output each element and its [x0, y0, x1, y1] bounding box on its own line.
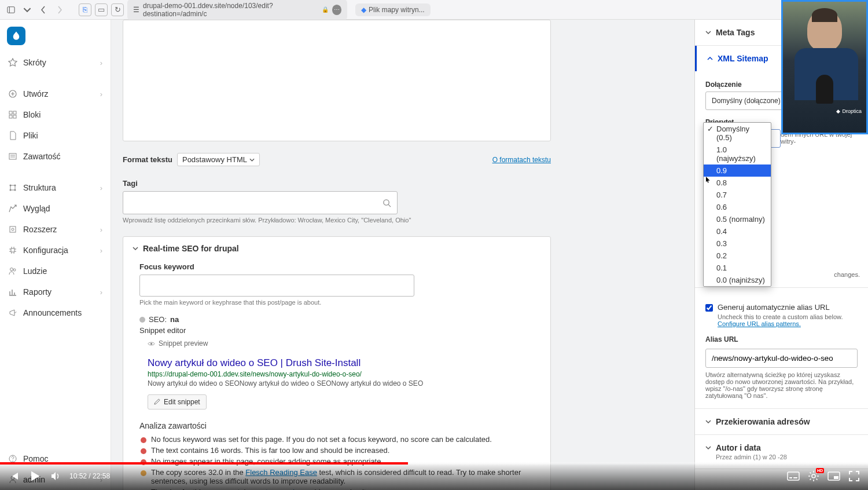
- configure-alias-link[interactable]: Configure URL alias patterns.: [718, 320, 801, 327]
- sidebar-item-konfiguracja[interactable]: Konfiguracja›: [0, 240, 111, 261]
- eye-icon: [148, 340, 155, 348]
- content-icon: [8, 152, 17, 161]
- star-icon: [8, 58, 17, 67]
- site-menu-icon[interactable]: ⋯: [332, 5, 341, 15]
- snippet-description: Nowy artykuł do wideo o SEONowy artykuł …: [148, 379, 425, 387]
- settings-button[interactable]: HD: [808, 470, 819, 482]
- chevron-down-icon: [705, 419, 711, 425]
- sidebar-item-struktura[interactable]: Struktura›: [0, 177, 111, 198]
- svg-rect-25: [788, 472, 799, 480]
- focus-keyword-hint: Pick the main keyword or keyphrase that …: [139, 299, 534, 306]
- svg-point-24: [150, 342, 152, 344]
- tab-icon-2[interactable]: ▭: [95, 3, 108, 16]
- priority-option[interactable]: 0.8: [704, 177, 771, 189]
- address-bar[interactable]: ☰ drupal-demo-001.ddev.site/node/103/edi…: [127, 0, 347, 20]
- edit-snippet-button[interactable]: Edit snippet: [148, 394, 207, 409]
- priority-option[interactable]: 0.1: [704, 262, 771, 274]
- tags-input[interactable]: [123, 191, 398, 214]
- video-time: 10:52 / 22:58: [69, 472, 110, 480]
- chevron-right-icon: ›: [100, 90, 102, 98]
- svg-rect-4: [13, 111, 16, 114]
- config-icon: [8, 246, 17, 255]
- miniplayer-button[interactable]: [827, 471, 840, 481]
- sidebar-item-utwórz[interactable]: Utwórz›: [0, 83, 111, 104]
- admin-sidebar: Skróty›Utwórz›BlokiPlikiZawartośćStruktu…: [0, 20, 111, 490]
- svg-point-15: [12, 228, 14, 231]
- seo-panel-toggle[interactable]: Real-time SEO for drupal: [123, 237, 550, 260]
- seo-score-value: na: [170, 315, 179, 324]
- auto-alias-checkbox[interactable]: [705, 303, 713, 312]
- back-icon[interactable]: [37, 3, 50, 16]
- structure-icon: [8, 183, 17, 192]
- priority-option[interactable]: 0.5 (normalny): [704, 213, 771, 225]
- redirects-toggle[interactable]: Przekierowania adresów: [695, 409, 868, 434]
- reports-icon: [8, 287, 17, 297]
- tab-icon-1[interactable]: ⎘: [79, 3, 91, 16]
- chevron-up-icon: [707, 56, 713, 61]
- priority-option[interactable]: Domyślny (0.5): [704, 123, 771, 144]
- snippet-preview-toggle[interactable]: Snippet preview: [148, 339, 208, 348]
- chevron-down-icon: [705, 30, 711, 35]
- focus-keyword-input[interactable]: [139, 275, 414, 297]
- priority-option[interactable]: 1.0 (najwyższy): [704, 144, 771, 164]
- video-controls: 10:52 / 22:58 HD: [0, 462, 868, 490]
- svg-rect-3: [9, 111, 12, 114]
- about-formats-link[interactable]: O formatach tekstu: [492, 156, 551, 164]
- priority-option[interactable]: 0.0 (najniższy): [704, 274, 771, 286]
- svg-rect-6: [13, 115, 16, 118]
- volume-button[interactable]: [50, 470, 61, 482]
- svg-point-20: [12, 460, 13, 461]
- content-analysis-title: Analiza zawartości: [139, 421, 534, 430]
- chevron-right-icon: ›: [100, 58, 102, 67]
- plus-icon: [8, 89, 17, 98]
- sidebar-item-announcements[interactable]: Announcements: [0, 302, 111, 323]
- priority-option[interactable]: 0.7: [704, 189, 771, 201]
- svg-point-22: [384, 199, 389, 204]
- priority-option[interactable]: 0.2: [704, 250, 771, 262]
- snippet-url: https://drupal-demo-001.ddev.site/news/n…: [148, 370, 534, 378]
- fullscreen-button[interactable]: [848, 470, 860, 482]
- sidebar-item-raporty[interactable]: Raporty›: [0, 281, 111, 302]
- body-editor-area[interactable]: [123, 20, 551, 141]
- alias-url-input[interactable]: [705, 349, 858, 368]
- chevron-down-icon: [249, 158, 255, 162]
- sidebar-toggle-icon[interactable]: [5, 3, 17, 16]
- alias-url-label: Alias URL: [705, 335, 858, 343]
- priority-option[interactable]: 0.4: [704, 225, 771, 237]
- svg-rect-0: [8, 6, 14, 13]
- tags-hint: Wprowadź listę oddzielonych przecinkami …: [123, 217, 551, 224]
- svg-rect-16: [11, 248, 14, 252]
- prev-button[interactable]: [8, 470, 20, 482]
- sidebar-item-wygląd[interactable]: Wygląd: [0, 198, 111, 219]
- priority-option[interactable]: 0.3: [704, 237, 771, 250]
- play-button[interactable]: [28, 469, 42, 483]
- sidebar-item-bloki[interactable]: Bloki: [0, 104, 111, 125]
- sidebar-item-zawartość[interactable]: Zawartość: [0, 146, 111, 167]
- focus-keyword-label: Focus keyword: [139, 262, 534, 271]
- priority-option[interactable]: 0.6: [704, 201, 771, 213]
- tab-pill-2[interactable]: ◆ Plik mapy witryn...: [355, 3, 431, 16]
- sidebar-item-pliki[interactable]: Pliki: [0, 125, 111, 146]
- drupal-logo-icon[interactable]: [7, 27, 25, 45]
- appearance-icon: [8, 204, 17, 213]
- text-format-select[interactable]: Podstawowy HTML: [177, 153, 260, 166]
- pencil-icon: [154, 398, 160, 405]
- svg-line-23: [388, 204, 391, 207]
- blocks-icon: [8, 110, 17, 119]
- tab-icon-3[interactable]: ↻: [111, 3, 124, 16]
- priority-option[interactable]: 0.9: [704, 164, 771, 177]
- url-text: drupal-demo-001.ddev.site/node/103/edit?…: [143, 2, 318, 18]
- svg-rect-14: [10, 226, 16, 232]
- sidebar-item-ludzie[interactable]: Ludzie: [0, 261, 111, 281]
- captions-button[interactable]: [787, 471, 800, 481]
- webcam-overlay: ◆ Droptica: [781, 0, 868, 134]
- lock-icon: 🔒: [322, 6, 329, 13]
- sidebar-item-rozszerz[interactable]: Rozszerz›: [0, 219, 111, 240]
- svg-rect-7: [9, 153, 16, 159]
- mouse-cursor-icon: [705, 177, 712, 184]
- video-progress-bar[interactable]: [0, 462, 868, 465]
- alias-url-hint: Utwórz alternatywną ścieżkę po której uz…: [705, 371, 858, 399]
- svg-rect-30: [834, 476, 838, 479]
- sidebar-item-skróty[interactable]: Skróty›: [0, 52, 111, 73]
- dropdown-icon[interactable]: [21, 3, 34, 16]
